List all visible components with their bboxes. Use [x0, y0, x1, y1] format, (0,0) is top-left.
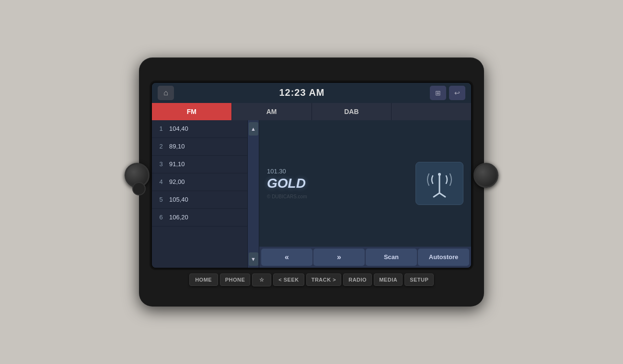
physical-media-button[interactable]: MEDIA — [374, 273, 403, 286]
station-frequency: 101.30 — [267, 168, 286, 175]
preset-num: 5 — [158, 196, 164, 203]
scroll-up-arrow[interactable]: ▲ — [249, 122, 258, 136]
preset-num: 2 — [158, 143, 164, 150]
preset-num: 4 — [158, 178, 164, 185]
scroll-bar: ▲ ▼ — [248, 120, 259, 268]
physical-radio-button[interactable]: RADIO — [343, 273, 372, 286]
preset-item-5[interactable]: 5 105,40 — [152, 191, 247, 209]
clock-display: 12:23 AM — [279, 87, 324, 98]
physical-seek-button[interactable]: < SEEK — [273, 273, 304, 286]
physical-setup-button[interactable]: SETUP — [404, 273, 434, 286]
infotainment-screen: ⌂ 12:23 AM ⊞ ↩ FM AM DAB 1 — [151, 82, 472, 269]
antenna-icon — [424, 168, 455, 199]
tab-fm[interactable]: FM — [152, 103, 232, 120]
preset-item-1[interactable]: 1 104,40 — [152, 120, 247, 138]
preset-num: 6 — [158, 214, 164, 221]
preset-num: 1 — [158, 125, 164, 132]
preset-list: 1 104,40 2 89,10 3 91,10 4 92,00 — [152, 120, 248, 268]
preset-item-6[interactable]: 6 106,20 — [152, 209, 247, 227]
back-button[interactable]: ↩ — [449, 86, 465, 100]
rewind-button[interactable]: « — [261, 249, 312, 266]
tab-bar: FM AM DAB — [152, 103, 471, 120]
scroll-down-arrow[interactable]: ▼ — [249, 252, 258, 266]
preset-num: 3 — [158, 160, 164, 168]
preset-freq: 92,00 — [169, 178, 185, 185]
scan-button[interactable]: Scan — [366, 249, 417, 266]
right-panel: 101.30 GOLD © DUBICARS.com — [259, 120, 471, 268]
tab-spacer — [392, 103, 471, 120]
preset-item-4[interactable]: 4 92,00 — [152, 173, 247, 191]
head-unit: ⌂ 12:23 AM ⊞ ↩ FM AM DAB 1 — [139, 57, 484, 307]
physical-phone-button[interactable]: PHONE — [220, 273, 251, 286]
grid-button[interactable]: ⊞ — [430, 86, 446, 100]
preset-freq: 106,20 — [169, 214, 188, 221]
preset-freq: 105,40 — [169, 196, 188, 203]
radio-icon-box — [415, 162, 463, 205]
action-buttons: « » Scan Autostore — [259, 247, 471, 268]
car-dashboard: ⌂ 12:23 AM ⊞ ↩ FM AM DAB 1 — [96, 34, 527, 330]
preset-item-3[interactable]: 3 91,10 — [152, 156, 247, 173]
topbar-right-controls: ⊞ ↩ — [430, 86, 465, 100]
screen-topbar: ⌂ 12:23 AM ⊞ ↩ — [152, 83, 471, 103]
station-info: 101.30 GOLD © DUBICARS.com — [267, 168, 408, 199]
station-display: 101.30 GOLD © DUBICARS.com — [259, 120, 471, 247]
screen-main: 1 104,40 2 89,10 3 91,10 4 92,00 — [152, 120, 471, 268]
forward-button[interactable]: » — [313, 249, 365, 266]
physical-star-button[interactable]: ☆ — [252, 273, 271, 286]
physical-buttons-row: HOME PHONE ☆ < SEEK TRACK > RADIO MEDIA … — [151, 273, 472, 286]
tab-dab[interactable]: DAB — [312, 103, 392, 120]
preset-freq: 91,10 — [169, 160, 185, 168]
watermark-text: © DUBICARS.com — [267, 194, 307, 199]
svg-point-3 — [438, 173, 441, 176]
preset-freq: 89,10 — [169, 143, 185, 150]
tab-am[interactable]: AM — [232, 103, 312, 120]
physical-track-button[interactable]: TRACK > — [306, 273, 341, 286]
svg-line-2 — [439, 193, 445, 197]
preset-freq: 104,40 — [169, 125, 188, 132]
svg-line-1 — [434, 193, 439, 197]
preset-item-2[interactable]: 2 89,10 — [152, 138, 247, 156]
power-button[interactable] — [132, 182, 146, 195]
right-knob[interactable] — [473, 163, 498, 188]
station-name: GOLD — [267, 176, 306, 191]
physical-home-button[interactable]: HOME — [189, 273, 218, 286]
home-icon-btn[interactable]: ⌂ — [158, 86, 174, 100]
autostore-button[interactable]: Autostore — [418, 249, 469, 266]
